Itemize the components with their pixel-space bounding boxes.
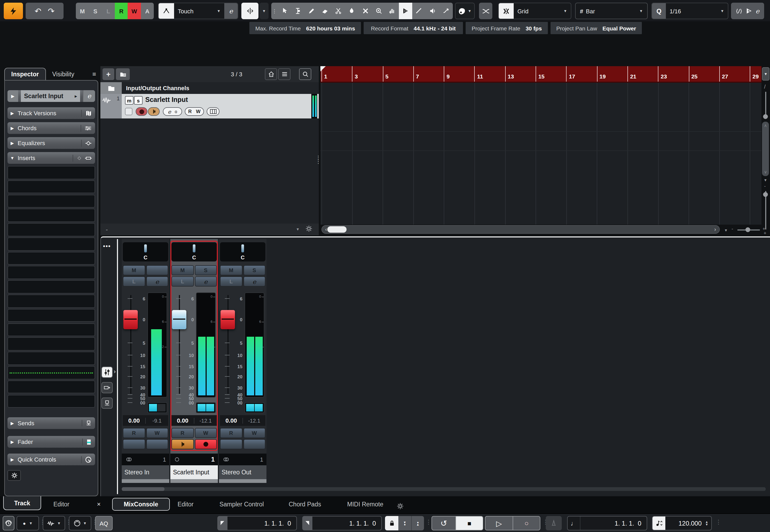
- channel-color-bar[interactable]: [170, 479, 218, 483]
- tab-sampler-control[interactable]: Sampler Control: [211, 498, 272, 511]
- insert-slot[interactable]: [7, 338, 95, 351]
- tempo-track-icon[interactable]: [653, 516, 665, 530]
- vertical-scrollbar[interactable]: ∧ ∨: [762, 122, 769, 176]
- blank-button[interactable]: [220, 439, 242, 449]
- find-tracks-button[interactable]: [299, 68, 311, 80]
- automation-mode-select[interactable]: Touch ▼: [174, 8, 224, 14]
- time-display-options-button[interactable]: [3, 516, 14, 530]
- tab-editor-left[interactable]: Editor: [45, 498, 77, 511]
- track-mute-button[interactable]: m: [125, 96, 133, 105]
- mute-button[interactable]: M: [171, 265, 193, 275]
- punch-out-button[interactable]: ●▲: [411, 516, 424, 530]
- track-row-scarlett-input[interactable]: 1 m s Scarlett Input e o R W: [100, 94, 319, 118]
- project-pan-law[interactable]: Project Pan Law Equal Power: [551, 22, 642, 34]
- chevron-down-icon[interactable]: ▼: [296, 227, 299, 231]
- insert-slot[interactable]: [7, 323, 95, 336]
- filter-track-types-button[interactable]: [278, 68, 290, 80]
- mixer-menu-icon[interactable]: •••: [103, 243, 111, 249]
- write-automation-button[interactable]: W: [146, 428, 168, 438]
- write-automation-button[interactable]: W: [195, 428, 217, 438]
- horizontal-zoom-handle[interactable]: [745, 227, 750, 232]
- color-tool-button[interactable]: ▼: [455, 3, 475, 19]
- pan-control[interactable]: C: [123, 242, 168, 261]
- insert-slot[interactable]: [7, 252, 95, 265]
- scrollbar-thumb[interactable]: [327, 226, 346, 233]
- insert-slot[interactable]: [7, 380, 95, 393]
- punch-in-button[interactable]: ▼●: [399, 516, 411, 530]
- record-button[interactable]: ○: [513, 516, 540, 530]
- glue-tool[interactable]: [345, 3, 358, 19]
- listen-button[interactable]: L: [123, 276, 145, 287]
- freeze-button[interactable]: o: [175, 109, 177, 114]
- vertical-zoom-out-icon[interactable]: -: [764, 184, 766, 189]
- read-all-button[interactable]: R: [115, 3, 128, 19]
- snap-on-off-button[interactable]: [499, 3, 514, 19]
- primary-time-display[interactable]: 1. 1. 1. 0: [581, 519, 647, 527]
- play-tool-selected[interactable]: [399, 3, 412, 19]
- divider-handle[interactable]: ⋮⋮: [315, 156, 321, 163]
- undo-button[interactable]: ↶: [35, 6, 41, 16]
- redo-button[interactable]: ↷: [48, 6, 54, 16]
- insert-slot[interactable]: [7, 237, 95, 251]
- solo-button[interactable]: [146, 265, 168, 275]
- go-to-left-locator-button[interactable]: [217, 516, 227, 530]
- right-locator-display[interactable]: 1. 1. 1. 0: [312, 516, 382, 530]
- read-automation-button[interactable]: R: [123, 428, 145, 438]
- go-to-right-locator-button[interactable]: [302, 516, 312, 530]
- insert-slot[interactable]: [7, 194, 95, 208]
- add-track-button[interactable]: +: [102, 68, 114, 80]
- quantize-button[interactable]: Q: [652, 3, 666, 19]
- tab-editor[interactable]: Editor: [171, 498, 200, 511]
- quantize-panel-button[interactable]: e: [756, 7, 759, 15]
- mute-button[interactable]: M: [220, 265, 242, 275]
- scroll-up-icon[interactable]: ∧: [764, 123, 767, 128]
- split-tool[interactable]: [331, 3, 345, 19]
- timeline-ruler[interactable]: 1357911131517192123252729: [320, 66, 761, 83]
- inspector-menu-icon[interactable]: ≡: [90, 68, 98, 80]
- blank-button[interactable]: [243, 439, 265, 449]
- horizontal-scrollbar[interactable]: ‹ ›: [321, 225, 720, 234]
- quantize-preset-select[interactable]: 1/16 ▼: [666, 8, 728, 14]
- tempo-spinner[interactable]: ▲▼: [704, 521, 711, 526]
- channel-name[interactable]: Stereo Out: [219, 465, 266, 479]
- auto-scroll-options-button[interactable]: ▼: [259, 3, 268, 19]
- insert-slot[interactable]: [7, 180, 95, 193]
- activate-project-button[interactable]: [4, 3, 23, 19]
- solo-all-button[interactable]: S: [89, 3, 102, 19]
- read-automation-button[interactable]: R: [188, 109, 192, 114]
- suspend-automation-button[interactable]: A: [141, 3, 154, 19]
- zoom-out-tracks-button[interactable]: -: [106, 226, 108, 233]
- edit-channel-button[interactable]: e: [168, 109, 171, 114]
- toolbar-handle[interactable]: ⋮: [271, 3, 278, 19]
- lower-zone-settings-icon[interactable]: [397, 499, 404, 512]
- stop-button[interactable]: ■: [456, 516, 483, 530]
- record-format[interactable]: Record Format 44.1 kHz - 24 bit: [363, 22, 463, 34]
- zoom-tool[interactable]: [372, 3, 385, 19]
- chevron-down-icon[interactable]: ▼: [764, 178, 767, 182]
- edit-open-group[interactable]: e o: [163, 107, 182, 116]
- edit-channel-button[interactable]: e: [146, 276, 168, 287]
- hand-tool[interactable]: [386, 3, 399, 19]
- track-enable-checkbox[interactable]: [125, 108, 132, 115]
- audiowarp-quantize-icon[interactable]: [745, 7, 752, 14]
- read-automation-button[interactable]: R: [171, 428, 193, 438]
- mixer-horizontal-scrollbar[interactable]: [122, 487, 766, 491]
- insert-slot[interactable]: [7, 395, 95, 408]
- mixer-channel-stereo-in[interactable]: C M L e 60510152030405000 0612 0.00 -9.1…: [122, 239, 169, 483]
- range-selection-tool[interactable]: [291, 3, 304, 19]
- track-visibility-agents-button[interactable]: [265, 68, 277, 80]
- record-enable-button[interactable]: [195, 439, 217, 449]
- track-solo-button[interactable]: s: [134, 96, 143, 105]
- volume-fader[interactable]: [220, 310, 235, 329]
- io-channels-folder-row[interactable]: Input/Output Channels: [100, 82, 319, 94]
- pan-control[interactable]: C: [220, 242, 265, 261]
- monitor-button[interactable]: [148, 107, 160, 116]
- crossfade-button[interactable]: [479, 3, 492, 19]
- auto-scroll-button[interactable]: [241, 3, 258, 19]
- record-enable-button[interactable]: [136, 107, 147, 116]
- play-button[interactable]: ▷: [485, 516, 513, 530]
- edit-channel-settings-button[interactable]: e: [83, 90, 95, 102]
- tab-chord-pads[interactable]: Chord Pads: [281, 498, 329, 511]
- track-scale-icon[interactable]: /: [764, 84, 766, 90]
- mixer-show-inserts-button[interactable]: [101, 382, 113, 393]
